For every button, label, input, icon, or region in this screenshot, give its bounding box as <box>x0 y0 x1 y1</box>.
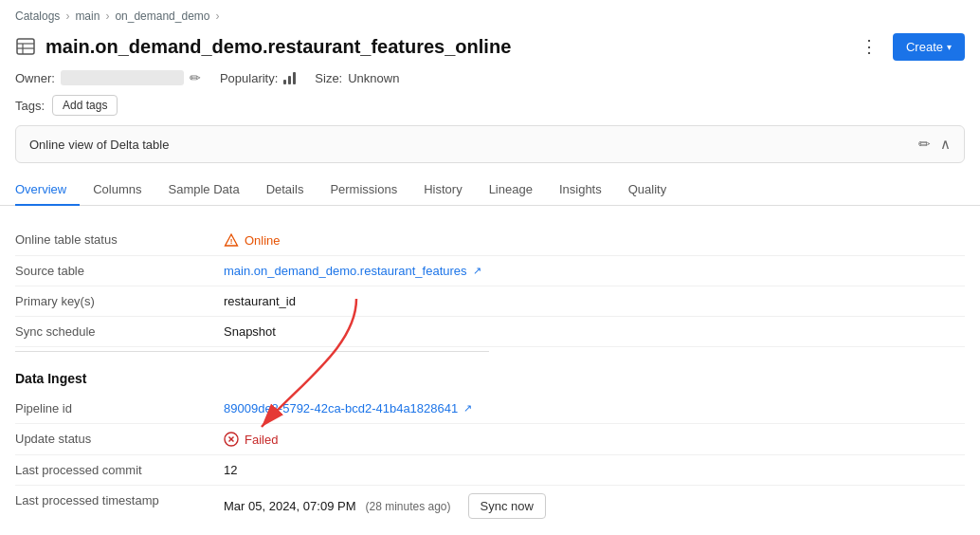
svg-text:!: ! <box>230 237 233 246</box>
primary-key-label: Primary key(s) <box>15 294 224 308</box>
detail-row-last-commit: Last processed commit 12 <box>15 455 965 486</box>
detail-row-last-timestamp: Last processed timestamp Mar 05, 2024, 0… <box>15 486 965 526</box>
update-status-value: Failed <box>224 432 965 447</box>
timestamp-note: (28 minutes ago) <box>365 500 450 513</box>
add-tags-button[interactable]: Add tags <box>52 95 118 116</box>
warning-icon: ! <box>224 232 239 248</box>
breadcrumb: Catalogs › main › on_demand_demo › <box>0 0 980 28</box>
last-timestamp-value: Mar 05, 2024, 07:09 PM (28 minutes ago) … <box>224 493 965 519</box>
owner-edit-icon[interactable]: ✏ <box>190 70 201 85</box>
last-commit-label: Last processed commit <box>15 463 224 477</box>
tags-label: Tags: <box>15 99 45 113</box>
meta-row: Owner: ✏ Popularity: Size: Unknown <box>0 68 980 93</box>
page-header: main.on_demand_demo.restaurant_features_… <box>0 28 980 68</box>
tab-history[interactable]: History <box>410 175 475 206</box>
status-value: ! Online <box>224 232 965 248</box>
data-ingest-header: Data Ingest <box>15 356 965 394</box>
update-status-label: Update status <box>15 432 224 446</box>
failed-icon <box>224 432 239 447</box>
source-label: Source table <box>15 264 224 278</box>
tags-row: Tags: Add tags <box>0 93 980 125</box>
last-timestamp-label: Last processed timestamp <box>15 493 224 507</box>
tab-overview[interactable]: Overview <box>15 175 80 206</box>
external-link-icon: ↗ <box>473 265 481 277</box>
table-icon <box>15 36 36 57</box>
bar2 <box>288 76 291 84</box>
status-warning: ! Online <box>224 232 281 248</box>
owner-value <box>61 70 184 85</box>
pipeline-external-icon: ↗ <box>463 402 472 415</box>
pipeline-label: Pipeline id <box>15 401 224 415</box>
size-value: Unknown <box>348 71 399 85</box>
detail-row-primary-key: Primary key(s) restaurant_id <box>15 286 965 317</box>
tab-columns[interactable]: Columns <box>80 175 154 206</box>
svg-rect-0 <box>17 39 34 54</box>
owner-label: Owner: <box>15 71 55 85</box>
detail-row-source: Source table main.on_demand_demo.restaur… <box>15 256 965 286</box>
source-value: main.on_demand_demo.restaurant_features … <box>224 264 965 278</box>
popularity-label: Popularity: <box>220 71 278 85</box>
bar3 <box>293 72 296 84</box>
last-commit-value: 12 <box>224 463 965 477</box>
page-title: main.on_demand_demo.restaurant_features_… <box>45 36 511 58</box>
sync-schedule-label: Sync schedule <box>15 324 224 339</box>
popularity-bars <box>283 71 296 84</box>
breadcrumb-main[interactable]: main <box>75 9 100 23</box>
breadcrumb-on-demand-demo[interactable]: on_demand_demo <box>115 9 209 23</box>
tab-lineage[interactable]: Lineage <box>476 175 546 206</box>
create-button[interactable]: Create ▾ <box>893 33 965 61</box>
sync-now-button[interactable]: Sync now <box>468 493 546 519</box>
overview-content: Online table status ! Online Source tabl… <box>0 206 980 535</box>
info-edit-icon[interactable]: ✏ <box>918 136 931 153</box>
primary-key-value: restaurant_id <box>224 294 965 308</box>
info-box-text: Online view of Delta table <box>29 138 169 152</box>
info-box: Online view of Delta table ✏ ∧ <box>15 125 965 163</box>
tab-insights[interactable]: Insights <box>546 175 615 206</box>
pipeline-value: 89009de8-5792-42ca-bcd2-41b4a1828641 ↗ <box>224 401 965 415</box>
tab-sample-data[interactable]: Sample Data <box>154 175 252 206</box>
detail-row-update-status: Update status Failed <box>15 424 965 455</box>
tab-permissions[interactable]: Permissions <box>317 175 410 206</box>
detail-row-status: Online table status ! Online <box>15 225 965 256</box>
pipeline-id-link[interactable]: 89009de8-5792-42ca-bcd2-41b4a1828641 <box>224 401 458 415</box>
info-collapse-icon[interactable]: ∧ <box>940 136 951 153</box>
more-options-button[interactable]: ⋮ <box>853 32 885 61</box>
tabs: Overview Columns Sample Data Details Per… <box>0 175 980 206</box>
detail-row-sync-schedule: Sync schedule Snapshot <box>15 317 965 347</box>
sync-schedule-value: Snapshot <box>224 324 965 339</box>
source-table-link[interactable]: main.on_demand_demo.restaurant_features <box>224 264 467 278</box>
detail-row-pipeline: Pipeline id 89009de8-5792-42ca-bcd2-41b4… <box>15 394 965 424</box>
size-label: Size: <box>315 71 342 85</box>
tab-details[interactable]: Details <box>253 175 318 206</box>
bar1 <box>283 80 286 84</box>
tab-quality[interactable]: Quality <box>615 175 680 206</box>
section-separator <box>15 351 489 352</box>
status-label: Online table status <box>15 232 224 247</box>
breadcrumb-catalogs[interactable]: Catalogs <box>15 9 60 23</box>
create-chevron-icon: ▾ <box>947 42 952 52</box>
